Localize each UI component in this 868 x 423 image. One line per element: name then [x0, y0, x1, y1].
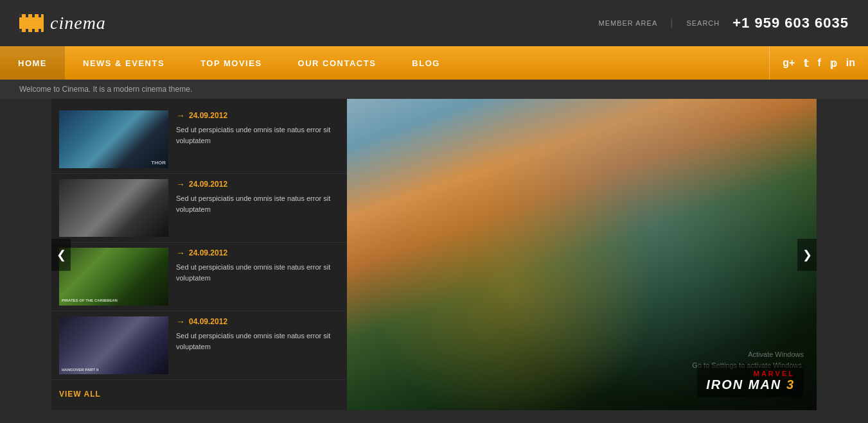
movie-item-1[interactable]: 24.09.2012 Sed ut perspiciatis unde omni… [51, 105, 347, 174]
movie-date-2: 24.09.2012 [176, 179, 339, 189]
movie-desc-3: Sed ut perspiciatis unde omnis iste natu… [176, 262, 339, 283]
social-icons-container: g+ 𝕥 f 𝕡 in [769, 46, 868, 80]
social-twitter-icon[interactable]: 𝕥 [804, 57, 808, 69]
header: cinema MEMBER AREA | SEARCH +1 959 603 6… [0, 0, 868, 46]
movie-thumb-1 [59, 110, 168, 168]
breadcrumb: Welcome to Cinema. It is a modern cinema… [0, 80, 868, 99]
header-divider: | [670, 17, 673, 29]
ironman-name: IRON MAN [706, 377, 781, 392]
social-facebook-icon[interactable]: f [817, 57, 820, 69]
slider-container: ❮ 24.09.2012 Sed ut perspiciatis unde om… [51, 99, 817, 410]
nav-item-home[interactable]: HOME [0, 46, 65, 80]
main-content: ❮ 24.09.2012 Sed ut perspiciatis unde om… [0, 99, 868, 410]
search-link[interactable]: SEARCH [686, 19, 720, 27]
arrow-left-button[interactable]: ❮ [51, 239, 71, 271]
hero-panel: Activate Windows Go to Settings to activ… [347, 99, 817, 410]
movie-item-2[interactable]: 24.09.2012 Sed ut perspiciatis unde omni… [51, 174, 347, 243]
movie-date-4: 04.09.2012 [176, 316, 339, 327]
chevron-left-icon: ❮ [57, 248, 66, 262]
marvel-text: MARVEL [706, 370, 795, 377]
movie-item-4[interactable]: 04.09.2012 Sed ut perspiciatis unde omni… [51, 311, 347, 380]
nav-item-news[interactable]: NEWS & EVENTS [65, 46, 182, 80]
nav-item-blog[interactable]: BLOG [394, 46, 458, 80]
movie-info-3: 24.09.2012 Sed ut perspiciatis unde omni… [176, 248, 339, 283]
movie-thumb-4 [59, 316, 168, 374]
nav-items: HOME NEWS & EVENTS TOP MOVIES OUR CONTAC… [0, 46, 769, 80]
hero-logo-overlay: MARVEL IRON MAN 3 [697, 365, 804, 397]
header-right: MEMBER AREA | SEARCH +1 959 603 6035 [599, 15, 849, 31]
movie-info-1: 24.09.2012 Sed ut perspiciatis unde omni… [176, 110, 339, 146]
nav-item-contacts[interactable]: OUR CONTACTS [280, 46, 394, 80]
movie-item-3[interactable]: 24.09.2012 Sed ut perspiciatis unde omni… [51, 243, 347, 311]
movie-info-4: 04.09.2012 Sed ut perspiciatis unde omni… [176, 316, 339, 352]
movie-desc-4: Sed ut perspiciatis unde omnis iste natu… [176, 331, 339, 352]
ironman-title: IRON MAN 3 [706, 377, 795, 392]
nav-item-top-movies[interactable]: TOP MOVIES [182, 46, 279, 80]
movie-date-3: 24.09.2012 [176, 248, 339, 258]
logo-icon [19, 14, 44, 32]
movie-thumb-3 [59, 248, 168, 306]
breadcrumb-text: Welcome to Cinema. It is a modern cinema… [19, 85, 192, 94]
movie-date-1: 24.09.2012 [176, 110, 339, 121]
social-icons: g+ 𝕥 f 𝕡 in [783, 57, 855, 69]
arrow-right-button[interactable]: ❯ [797, 239, 817, 271]
movie-list-panel: 24.09.2012 Sed ut perspiciatis unde omni… [51, 99, 347, 410]
movie-thumb-2 [59, 179, 168, 237]
view-all-link[interactable]: VIEW ALL [51, 380, 347, 404]
member-area-link[interactable]: MEMBER AREA [599, 19, 658, 27]
ironman-number: 3 [786, 377, 795, 392]
movie-desc-1: Sed ut perspiciatis unde omnis iste natu… [176, 125, 339, 146]
social-linkedin-icon[interactable]: in [846, 57, 855, 69]
phone-number: +1 959 603 6035 [732, 15, 849, 31]
logo-text: cinema [50, 13, 106, 33]
chevron-right-icon: ❯ [802, 248, 812, 262]
movie-info-2: 24.09.2012 Sed ut perspiciatis unde omni… [176, 179, 339, 214]
logo[interactable]: cinema [19, 13, 106, 33]
navbar: HOME NEWS & EVENTS TOP MOVIES OUR CONTAC… [0, 46, 868, 80]
movie-desc-2: Sed ut perspiciatis unde omnis iste natu… [176, 193, 339, 214]
social-pinterest-icon[interactable]: 𝕡 [830, 57, 837, 69]
watermark-line1: Activate Windows [748, 350, 804, 358]
ironman-logo: MARVEL IRON MAN 3 [697, 365, 804, 397]
social-google-icon[interactable]: g+ [783, 57, 795, 69]
